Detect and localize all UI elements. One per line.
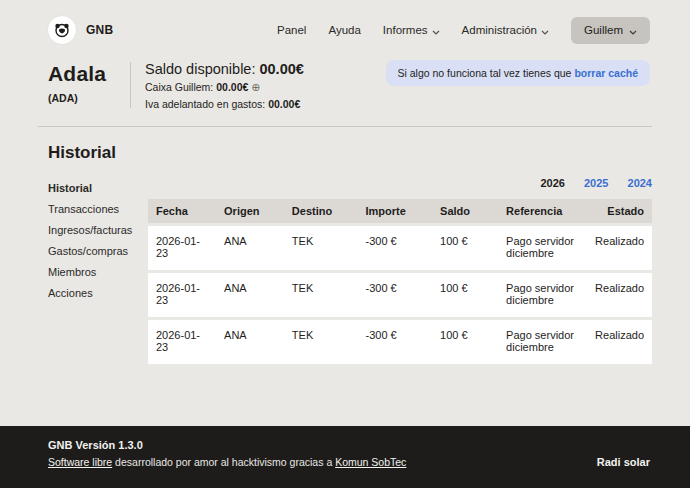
- year-2024-link[interactable]: 2024: [628, 177, 652, 189]
- cell-origen: ANA: [216, 273, 284, 317]
- footer-left: GNB Versión 1.3.0 Software libre desarro…: [48, 439, 406, 468]
- footer: GNB Versión 1.3.0 Software libre desarro…: [0, 426, 690, 488]
- table-row[interactable]: 2026-01-23 ANA TEK -300 € 100 € Pago ser…: [148, 226, 652, 270]
- cell-fecha: 2026-01-23: [148, 226, 216, 270]
- cell-referencia: Pago servidor diciembre: [498, 320, 587, 364]
- header-row: Adala (ADA) Saldo disponible: 00.00€ Cai…: [48, 60, 650, 110]
- sidebar-item-transacciones[interactable]: Transacciones: [48, 203, 148, 215]
- caixa-line: Caixa Guillem: 00.00€⊕: [145, 81, 304, 94]
- column-header-saldo: Saldo: [432, 199, 498, 223]
- nav-item-label: Informes: [383, 24, 428, 36]
- page-title: Historial: [48, 143, 650, 163]
- column-header-destino: Destino: [284, 199, 358, 223]
- cell-fecha: 2026-01-23: [148, 273, 216, 317]
- table-row[interactable]: 2026-01-23 ANA TEK -300 € 100 € Pago ser…: [148, 320, 652, 364]
- nav-item-label: Panel: [277, 24, 306, 36]
- top-navigation: GNB Panel Ayuda Informes Administración: [0, 0, 690, 54]
- sidebar: Historial Transacciones Ingresos/factura…: [48, 177, 148, 308]
- sidebar-item-historial[interactable]: Historial: [48, 182, 148, 194]
- footer-right-text: Radi solar: [597, 456, 650, 468]
- footer-version: GNB Versión 1.3.0: [48, 439, 406, 451]
- iva-label: Iva adelantado en gastos:: [145, 98, 268, 110]
- column-header-fecha: Fecha: [148, 199, 216, 223]
- cell-estado: Realizado: [587, 320, 652, 364]
- saldo-value: 00.00€: [259, 61, 303, 77]
- caixa-value: 00.00€: [216, 81, 248, 93]
- main-panel: 2026 2025 2024 Fecha Origen Destino Impo…: [148, 177, 652, 367]
- saldo-disponible-line: Saldo disponible: 00.00€: [145, 61, 304, 77]
- nav-item-panel[interactable]: Panel: [277, 24, 306, 36]
- nav-item-label: Ayuda: [328, 24, 360, 36]
- cell-importe: -300 €: [358, 273, 433, 317]
- cell-referencia: Pago servidor diciembre: [498, 226, 587, 270]
- cache-notice-text: Si algo no funciona tal vez tienes que: [398, 67, 575, 79]
- cell-estado: Realizado: [587, 226, 652, 270]
- organization-block: Adala (ADA): [48, 60, 130, 104]
- nav-links: Panel Ayuda Informes Administración: [277, 24, 549, 37]
- column-header-estado: Estado: [587, 199, 652, 223]
- table-header-row: Fecha Origen Destino Importe Saldo Refer…: [148, 199, 652, 223]
- year-2025-link[interactable]: 2025: [584, 177, 608, 189]
- caixa-label: Caixa Guillem:: [145, 81, 216, 93]
- cell-origen: ANA: [216, 320, 284, 364]
- footer-tagline-text: desarrollado por amor al hacktivismo gra…: [112, 456, 335, 468]
- column-header-origen: Origen: [216, 199, 284, 223]
- gnb-logo-icon[interactable]: [48, 16, 76, 44]
- cell-saldo: 100 €: [432, 273, 498, 317]
- page: GNB Panel Ayuda Informes Administración: [0, 0, 690, 488]
- saldo-label: Saldo disponible:: [145, 61, 259, 77]
- column-header-importe: Importe: [358, 199, 433, 223]
- nav-item-informes[interactable]: Informes: [383, 24, 440, 37]
- sidebar-item-gastos-compras[interactable]: Gastos/compras: [48, 245, 148, 257]
- panda-globe-glyph: [53, 21, 71, 39]
- organization-code: (ADA): [48, 92, 130, 104]
- cell-fecha: 2026-01-23: [148, 320, 216, 364]
- chevron-down-icon: [432, 25, 440, 37]
- table-row[interactable]: 2026-01-23 ANA TEK -300 € 100 € Pago ser…: [148, 273, 652, 317]
- nav-item-administracion[interactable]: Administración: [462, 24, 549, 37]
- cell-importe: -300 €: [358, 226, 433, 270]
- footer-tagline: Software libre desarrollado por amor al …: [48, 456, 406, 468]
- transactions-table: Fecha Origen Destino Importe Saldo Refer…: [148, 196, 652, 367]
- organization-name: Adala: [48, 62, 130, 86]
- iva-line: Iva adelantado en gastos: 00.00€: [145, 98, 304, 110]
- vertical-divider: [130, 62, 131, 108]
- cell-importe: -300 €: [358, 320, 433, 364]
- cell-saldo: 100 €: [432, 320, 498, 364]
- komun-sobtec-link[interactable]: Komun SobTec: [335, 456, 406, 468]
- borrar-cache-link[interactable]: borrar caché: [574, 67, 638, 79]
- cell-origen: ANA: [216, 226, 284, 270]
- sidebar-item-acciones[interactable]: Acciones: [48, 287, 148, 299]
- cell-referencia: Pago servidor diciembre: [498, 273, 587, 317]
- chevron-down-icon: [629, 25, 637, 37]
- user-menu-button[interactable]: Guillem: [571, 17, 650, 44]
- horizontal-divider: [38, 126, 652, 127]
- software-libre-link[interactable]: Software libre: [48, 456, 112, 468]
- content-area: Historial Transacciones Ingresos/factura…: [48, 177, 652, 367]
- year-2026-current[interactable]: 2026: [540, 177, 564, 189]
- cell-estado: Realizado: [587, 273, 652, 317]
- chevron-down-icon: [541, 25, 549, 37]
- iva-value: 00.00€: [268, 98, 300, 110]
- cell-destino: TEK: [284, 320, 358, 364]
- add-circle-icon[interactable]: ⊕: [251, 81, 260, 93]
- cell-destino: TEK: [284, 273, 358, 317]
- year-selector: 2026 2025 2024: [148, 177, 652, 189]
- sidebar-item-ingresos-facturas[interactable]: Ingresos/facturas: [48, 224, 148, 236]
- cell-destino: TEK: [284, 226, 358, 270]
- nav-item-ayuda[interactable]: Ayuda: [328, 24, 360, 36]
- balances-block: Saldo disponible: 00.00€ Caixa Guillem: …: [145, 60, 304, 110]
- cache-notice: Si algo no funciona tal vez tienes que b…: [386, 60, 651, 86]
- nav-item-label: Administración: [462, 24, 537, 36]
- brand-name: GNB: [86, 23, 113, 37]
- user-menu-label: Guillem: [584, 24, 623, 36]
- sidebar-item-miembros[interactable]: Miembros: [48, 266, 148, 278]
- cell-saldo: 100 €: [432, 226, 498, 270]
- column-header-referencia: Referencia: [498, 199, 587, 223]
